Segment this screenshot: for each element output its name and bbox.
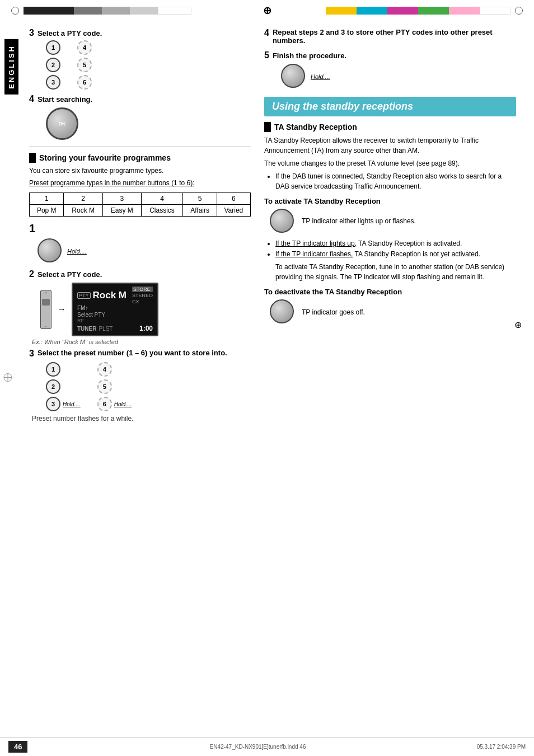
btn-s2: 2	[46, 379, 60, 394]
btn-s1: 1	[46, 362, 60, 377]
left-column: 3 Select a PTY code. 1 2 3 4 5 6 4 S	[22, 22, 257, 428]
preset-num-6: 6	[217, 193, 250, 205]
plst-label: PLST	[99, 326, 113, 332]
cx-badge: CX	[132, 299, 153, 304]
rf-label: RF	[77, 318, 153, 323]
btn-s5: 5	[97, 379, 112, 394]
vol-arrow: →	[57, 304, 66, 314]
footer-date: 05.3.17 2:04:39 PM	[477, 744, 526, 750]
display-panel: PTY Rock M STORE STEREO CX FM↑ Select PT…	[72, 283, 158, 336]
step3-heading: Select a PTY code.	[38, 29, 102, 37]
step5-finish: 5 Finish the procedure. Hold....	[264, 50, 516, 89]
step4-search: 4 Start searching. DK	[29, 94, 251, 141]
storing-desc: You can store six favourite programme ty…	[29, 166, 251, 176]
section-storing: Storing your favourite programmes You ca…	[29, 153, 251, 422]
hold-label-5: Hold....	[311, 73, 330, 80]
time-label: 1:00	[139, 325, 153, 332]
activate-desc: TP indicator either lights up or flashes…	[302, 217, 416, 226]
fm-label: FM↑	[77, 305, 153, 311]
page-number: 46	[8, 741, 27, 753]
preset-num-5: 5	[183, 193, 217, 205]
left-margin-cross	[3, 373, 12, 383]
english-label: ENGLISH	[4, 39, 18, 95]
sub-step2: 2 Select a PTY code. + - → PTY	[29, 269, 251, 345]
pty-badge: PTY	[77, 292, 91, 299]
store-badge: STORE	[132, 287, 153, 292]
btn-4: 4	[77, 40, 92, 55]
deactivate-knob	[270, 299, 295, 325]
preset-flashes: Preset number flashes for a while.	[32, 415, 251, 422]
deactivate-desc: TP indicator goes off.	[302, 308, 365, 316]
sub-step2-heading: Select a PTY code.	[38, 270, 102, 279]
tuner-label: TUNER	[77, 326, 96, 332]
ta-bullet-1: If the DAB tuner is connected, Standby R…	[275, 171, 516, 191]
bullet-lights-text: If the TP indicator lights up,	[275, 240, 357, 247]
storing-underline: Preset programme types in the number but…	[29, 178, 251, 188]
ta-body1: TA Standby Reception allows the receiver…	[264, 135, 516, 156]
activate-tune-desc: To activate TA Standby Reception, tune i…	[264, 262, 516, 282]
step5-number: 5	[264, 50, 269, 60]
activate-bullet-lights: If the TP indicator lights up, TA Standb…	[275, 238, 516, 249]
step3-number: 3	[29, 28, 34, 38]
btn-s6: 6	[97, 397, 112, 411]
step4-repeat: 4 Repeat steps 2 and 3 to store other PT…	[264, 28, 516, 45]
footer-filename: EN42-47_KD-NX901[E]tunerfb.indd 46	[39, 744, 476, 750]
btn-s3: 3	[46, 397, 60, 411]
activate-section: To activate TA Standby Reception TP indi…	[264, 197, 516, 282]
select-label: Select PTY	[77, 312, 153, 318]
preset-val-1: Pop M	[30, 205, 64, 217]
sub-step3: 3 Select the preset number (1 – 6) you w…	[29, 349, 251, 422]
standby-banner: Using the standby receptions	[264, 97, 516, 116]
vol-slider: + -	[40, 290, 51, 329]
sub-step1: 1 Hold....	[29, 222, 251, 264]
bullet-flashes-text: If the TP indicator flashes,	[275, 250, 353, 258]
preset-num-4: 4	[141, 193, 183, 205]
preset-num-1: 1	[30, 193, 64, 205]
storing-title: Storing your favourite programmes	[39, 153, 171, 162]
ta-section-bar	[264, 122, 271, 132]
deactivate-heading: To deactivate the TA Standby Reception	[264, 288, 516, 296]
section-bar	[29, 153, 36, 163]
hold-label-s3: Hold....	[63, 401, 81, 407]
btn-3: 3	[46, 75, 60, 90]
activate-heading: To activate TA Standby Reception	[264, 197, 516, 205]
hold-label-1: Hold....	[67, 248, 87, 255]
preset-num-3: 3	[102, 193, 141, 205]
preset-val-5: Affairs	[183, 205, 217, 217]
rock-text: Rock M	[93, 290, 127, 301]
footer: 46 EN42-47_KD-NX901[E]tunerfb.indd 46 05…	[0, 737, 534, 756]
btn-1: 1	[46, 40, 60, 55]
finish-knob	[281, 64, 306, 89]
btn-6: 6	[77, 75, 92, 90]
right-column: 4 Repeat steps 2 and 3 to store other PT…	[257, 22, 523, 428]
ta-body2: The volume changes to the preset TA volu…	[264, 158, 516, 168]
bullet-lights-text2: TA Standby Reception is activated.	[358, 240, 462, 247]
step4-r-heading: Repeat steps 2 and 3 to store other PTY …	[273, 28, 516, 45]
step4-heading: Start searching.	[38, 95, 92, 104]
sub-step3-number: 3	[29, 349, 34, 359]
btn-2: 2	[46, 58, 60, 72]
hold-knob-1	[38, 238, 63, 264]
activate-bullets: If the TP indicator lights up, TA Standb…	[264, 238, 516, 260]
preset-val-6: Varied	[217, 205, 250, 217]
sub-step2-number: 2	[29, 269, 34, 279]
deactivate-section: To deactivate the TA Standby Reception T…	[264, 288, 516, 325]
hold-label-s6: Hold....	[114, 401, 132, 407]
btn-5: 5	[77, 58, 92, 72]
ta-title: TA Standby Reception	[274, 123, 357, 132]
btn-s4: 4	[97, 362, 112, 377]
activate-bullet-flashes: If the TP indicator flashes, TA Standby …	[275, 249, 516, 260]
step1-label: 1	[29, 222, 251, 235]
preset-val-2: Rock M	[64, 205, 103, 217]
right-margin-cross: ⊕	[514, 320, 522, 330]
step4-number: 4	[29, 94, 34, 104]
bullet-flashes-text2: TA Standby Reception is not yet activate…	[354, 250, 480, 258]
step4-r-number: 4	[264, 28, 269, 38]
preset-val-3: Easy M	[102, 205, 141, 217]
ta-section: TA Standby Reception TA Standby Receptio…	[264, 122, 516, 325]
preset-num-2: 2	[64, 193, 103, 205]
ex-label: Ex.: When "Rock M" is selected	[32, 339, 251, 345]
step3-pty: 3 Select a PTY code. 1 2 3 4 5 6	[29, 28, 251, 90]
preset-table: 1 2 3 4 5 6 Pop M Rock M Easy M Classics…	[29, 192, 251, 217]
step5-heading: Finish the procedure.	[273, 51, 346, 60]
